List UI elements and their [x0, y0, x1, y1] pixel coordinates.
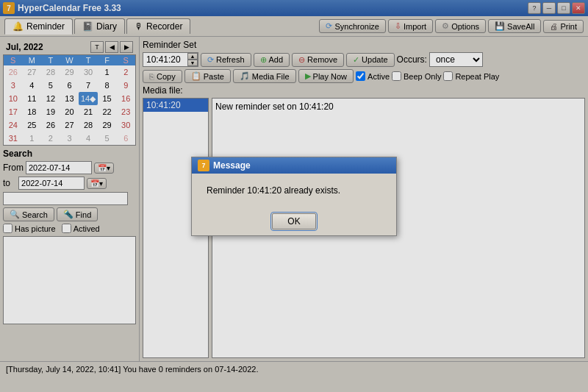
message-dialog: 7 Message Reminder 10:41:20 already exis… — [191, 157, 397, 236]
dialog-overlay: 7 Message Reminder 10:41:20 already exis… — [0, 0, 588, 392]
dialog-title: 7 Message — [192, 157, 396, 174]
dialog-footer: OK — [192, 207, 396, 235]
dialog-ok-button[interactable]: OK — [272, 213, 315, 229]
dialog-icon: 7 — [198, 160, 209, 171]
dialog-message: Reminder 10:41:20 already exists. — [207, 185, 340, 196]
dialog-title-text: Message — [213, 160, 251, 171]
dialog-body: Reminder 10:41:20 already exists. — [192, 174, 396, 207]
